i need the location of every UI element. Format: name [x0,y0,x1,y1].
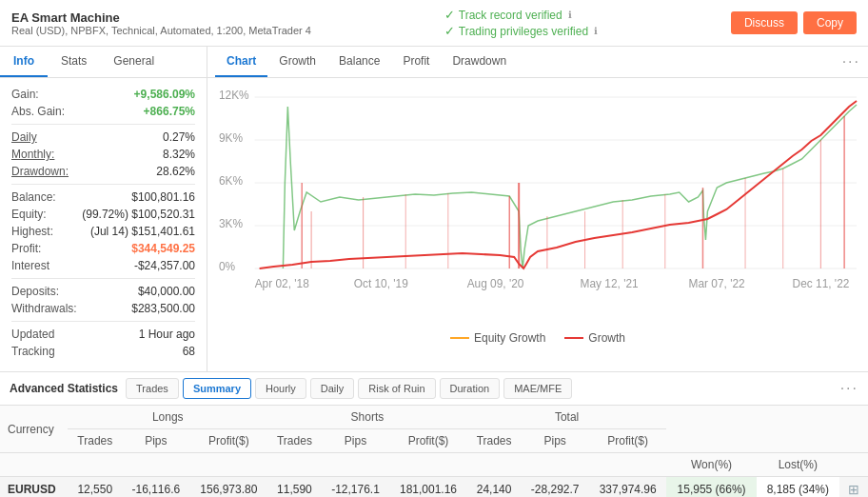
interest-label: Interest [11,259,49,272]
chart-tab-profit[interactable]: Profit [391,47,441,77]
col-won-6 [322,453,389,477]
cell-short-pips: -12,176.1 [322,477,389,498]
updated-value: 1 Hour ago [139,328,195,341]
header-actions: Discuss Copy [731,11,857,34]
adv-tab-mae[interactable]: MAE/MFE [503,378,572,399]
page-title: EA Smart Machine [11,10,311,25]
drawdown-value: 28.62% [156,165,195,178]
adv-tab-trades[interactable]: Trades [126,378,179,399]
chart-tabs: Chart Growth Balance Profit Drawdown ··· [207,47,868,78]
daily-label[interactable]: Daily [11,130,37,144]
adv-tab-daily[interactable]: Daily [310,378,354,399]
col-lost [757,406,839,453]
left-tabs: Info Stats General [0,47,207,78]
abs-gain-label: Abs. Gain: [11,105,65,118]
discuss-button[interactable]: Discuss [731,11,798,34]
info-section: Gain: +9,586.09% Abs. Gain: +866.75% Dai… [0,78,207,371]
col-shorts-trades: Trades [267,429,322,453]
profit-row: Profit: $344,549.25 [11,242,195,255]
track-record-verified: ✓ Track record verified ℹ [444,8,598,22]
row-chart-icon[interactable]: ⊞ [848,482,859,497]
cell-total-profit: 337,974.96 [589,477,666,498]
adv-tab-risk[interactable]: Risk of Ruin [358,378,435,399]
growth-legend: Growth [564,331,625,345]
chart-more-options[interactable]: ··· [842,53,860,70]
balance-value: $100,801.16 [131,190,195,204]
left-panel: Info Stats General Gain: +9,586.09% Abs.… [0,47,207,371]
cell-short-trades: 11,590 [267,477,322,498]
right-panel: Chart Growth Balance Profit Drawdown ···… [207,47,868,371]
chart-legend: Equity Growth Growth [207,326,868,348]
page-subtitle: Real (USD), NPBFX, Technical, Automated,… [11,25,311,36]
cell-won: 15,955 (66%) [666,477,756,498]
verification-badges: ✓ Track record verified ℹ ✓ Trading priv… [444,8,598,38]
withdrawals-value: $283,500.00 [131,302,195,315]
tab-stats[interactable]: Stats [48,47,100,77]
svg-text:9K%: 9K% [219,131,243,145]
page-header: EA Smart Machine Real (USD), NPBFX, Tech… [0,0,868,47]
monthly-label[interactable]: Monthly: [11,148,54,161]
col-won-7 [389,453,466,477]
cell-long-profit: 156,973.80 [190,477,267,498]
col-group-longs: Longs [68,406,267,429]
updated-label: Updated [11,328,54,341]
svg-text:12K%: 12K% [219,89,249,102]
col-longs-profit: Profit($) [190,429,267,453]
adv-tab-hourly[interactable]: Hourly [255,378,306,399]
drawdown-label[interactable]: Drawdown: [11,165,69,178]
trading-privileges-verified: ✓ Trading privileges verified ℹ [444,24,598,38]
chart-tab-growth[interactable]: Growth [267,47,327,77]
growth-dot [564,337,583,339]
abs-gain-value: +866.75% [144,105,195,118]
col-won-9 [521,453,588,477]
adv-tab-duration[interactable]: Duration [440,378,501,399]
tab-general[interactable]: General [100,47,168,77]
advanced-stats-tabs: Advanced Statistics Trades Summary Hourl… [0,372,868,406]
cell-currency: EURUSD [0,477,68,498]
col-won-3 [122,453,189,477]
svg-text:Mar 07, '22: Mar 07, '22 [689,277,745,290]
col-won-4 [190,453,267,477]
info-icon[interactable]: ℹ [568,10,572,20]
highest-row: Highest: (Jul 14) $151,401.61 [11,225,195,238]
daily-value: 0.27% [163,130,195,144]
col-lost-pct: Lost(%) [757,453,839,477]
adv-more-options[interactable]: ··· [840,380,858,397]
chart-tab-chart[interactable]: Chart [215,47,267,77]
col-total-profit: Profit($) [589,429,666,453]
tab-info[interactable]: Info [0,47,48,77]
header-left: EA Smart Machine Real (USD), NPBFX, Tech… [11,10,311,36]
col-won [666,406,756,453]
profit-label: Profit: [11,242,41,255]
gain-row: Gain: +9,586.09% [11,88,195,101]
col-won-2 [68,453,122,477]
highest-label: Highest: [11,225,53,238]
monthly-value: 8.32% [163,148,195,161]
updated-row: Updated 1 Hour ago [11,328,195,341]
highest-value: (Jul 14) $151,401.61 [90,225,195,238]
chart-tab-balance[interactable]: Balance [327,47,391,77]
check-icon: ✓ [444,8,455,22]
copy-button[interactable]: Copy [803,11,857,34]
cell-long-trades: 12,550 [68,477,122,498]
withdrawals-label: Withdrawals: [11,302,77,315]
interest-value: -$24,357.00 [134,259,195,272]
tracking-value: 68 [183,345,195,358]
info-icon-2[interactable]: ℹ [594,26,598,36]
bottom-section: Advanced Statistics Trades Summary Hourl… [0,371,868,497]
col-won-8 [467,453,522,477]
chart-tab-drawdown[interactable]: Drawdown [441,47,518,77]
svg-text:0%: 0% [219,260,236,273]
svg-text:Apr 02, '18: Apr 02, '18 [255,277,309,290]
cell-long-pips: -16,116.6 [122,477,189,498]
col-won-pct: Won(%) [666,453,756,477]
col-currency: Currency [0,406,68,453]
col-longs-trades: Trades [68,429,122,453]
check-icon-2: ✓ [444,24,455,38]
tracking-label: Tracking [11,345,55,358]
cell-chart-icon[interactable]: ⊞ [839,477,868,498]
drawdown-row: Drawdown: 28.62% [11,165,195,178]
col-longs-pips: Pips [122,429,189,453]
deposits-value: $40,000.00 [138,285,195,298]
adv-tab-summary[interactable]: Summary [183,378,251,399]
